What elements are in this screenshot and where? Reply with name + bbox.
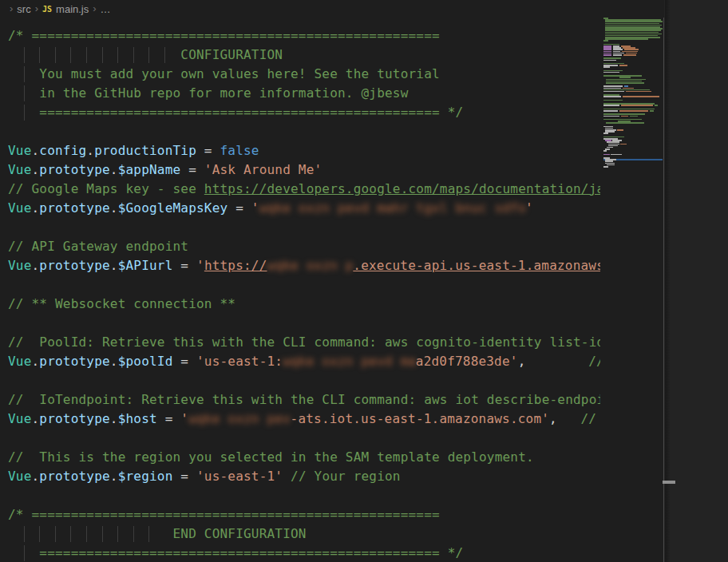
code-line[interactable]: /* =====================================… xyxy=(0,26,600,46)
token: config xyxy=(39,143,86,158)
token: $host xyxy=(118,411,157,426)
indent-guide xyxy=(24,66,25,82)
token: = xyxy=(196,143,220,158)
indent-guide xyxy=(39,47,40,63)
code-line[interactable]: /* =====================================… xyxy=(0,505,600,524)
indent-guide xyxy=(102,47,103,63)
breadcrumb-item-more[interactable]: … xyxy=(101,3,111,15)
code-line[interactable]: Vue.prototype.$host = 'wqke oxzn pev-ats… xyxy=(0,410,600,429)
code-line[interactable]: Vue.prototype.$poolId = 'us-east-1:wqke … xyxy=(0,352,600,371)
empty-editor-panel xyxy=(665,0,728,562)
code-line[interactable] xyxy=(0,275,600,295)
code-line[interactable]: Vue.prototype.$APIurl = 'https://wqke ox… xyxy=(0,256,600,275)
token: Vue xyxy=(8,162,32,177)
chevron-right-icon: › xyxy=(6,0,17,18)
token: prototype xyxy=(39,162,110,177)
token: false xyxy=(220,143,259,158)
token: $GoogleMapsKey xyxy=(118,200,228,216)
minimap[interactable] xyxy=(600,18,664,562)
token: // PoolId: Retrieve this with the CLI co… xyxy=(8,334,600,350)
code-line[interactable] xyxy=(0,122,600,141)
token: Vue xyxy=(8,258,32,273)
token: . xyxy=(32,143,40,158)
code-line[interactable]: Vue.prototype.$appName = 'Ask Around Me' xyxy=(0,160,600,180)
code-line[interactable]: END CONFIGURATION xyxy=(0,524,600,544)
code-line[interactable] xyxy=(0,486,600,505)
token: prototype xyxy=(39,469,110,484)
token: ' xyxy=(196,258,204,273)
token: ========================================… xyxy=(8,545,463,560)
code-line[interactable]: Vue.prototype.$GoogleMapsKey = 'wqke oxz… xyxy=(0,199,600,218)
token: ' xyxy=(251,200,259,216)
code-line[interactable]: You must add your own values here! See t… xyxy=(0,65,600,84)
token: END CONFIGURATION xyxy=(8,526,307,541)
breadcrumb-item-src[interactable]: src xyxy=(17,3,30,15)
code-line[interactable]: ========================================… xyxy=(0,544,600,562)
token: prototype xyxy=(39,354,110,369)
code-line[interactable] xyxy=(0,314,600,333)
token: $poolId xyxy=(118,354,173,369)
code-line[interactable] xyxy=(0,218,600,237)
token: ' xyxy=(180,411,188,426)
token: 'us-east-1: xyxy=(196,354,283,369)
token: , xyxy=(518,354,589,369)
indent-guide xyxy=(70,47,71,63)
code-line[interactable]: Vue.config.productionTip = false xyxy=(0,141,600,160)
token: ' xyxy=(525,200,533,216)
token: // IoTendpoint: Retrieve this with the C… xyxy=(8,392,600,407)
code-line[interactable]: // Google Maps key - see https://develop… xyxy=(0,180,600,199)
indent-guide xyxy=(133,47,134,63)
code-line[interactable]: Vue.prototype.$region = 'us-east-1' // Y… xyxy=(0,467,600,486)
token: ========================================… xyxy=(8,105,463,120)
token: // xyxy=(580,411,600,426)
editor-edge-shadow xyxy=(665,0,671,562)
code-line[interactable]: // ** Websocket connection ** xyxy=(0,295,600,314)
token: = xyxy=(180,162,204,177)
code-line[interactable]: // IoTendpoint: Retrieve this with the C… xyxy=(0,390,600,410)
indent-guide xyxy=(86,526,87,542)
token: /* =====================================… xyxy=(8,507,440,522)
indent-guide xyxy=(24,105,25,121)
indent-guide xyxy=(148,47,149,63)
token: . xyxy=(110,200,118,216)
chevron-right-icon: › xyxy=(89,0,100,18)
code-line[interactable]: // PoolId: Retrieve this with the CLI co… xyxy=(0,333,600,352)
token: $appName xyxy=(118,162,181,177)
horizontal-scrollbar-handle[interactable] xyxy=(663,481,675,484)
indent-guide xyxy=(24,47,25,63)
code-line[interactable]: ========================================… xyxy=(0,103,600,122)
token: https://developers.google.com/maps/docum… xyxy=(204,181,600,196)
code-line[interactable] xyxy=(0,429,600,448)
token: 'Ask Around Me' xyxy=(204,162,322,177)
token: CONFIGURATION xyxy=(8,47,283,62)
indent-guide xyxy=(55,526,56,542)
breadcrumb: › src › JS main.js › … xyxy=(0,0,664,18)
code-line[interactable]: // This is the region you selected in th… xyxy=(0,448,600,467)
code-line[interactable]: CONFIGURATION xyxy=(0,46,600,65)
vscode-editor-window: › src › JS main.js › … /* ==============… xyxy=(0,0,728,562)
code-editor[interactable]: /* =====================================… xyxy=(0,18,600,562)
minimap-line-segment xyxy=(603,166,608,168)
token: Vue xyxy=(8,411,32,426)
token: // Your region xyxy=(291,469,401,484)
token: . xyxy=(32,200,40,216)
code-line[interactable]: // API Gateway endpoint xyxy=(0,237,600,256)
token: . xyxy=(110,162,118,177)
indent-guide xyxy=(24,85,25,101)
token: https:// xyxy=(204,258,267,273)
indent-guide xyxy=(39,526,40,542)
token: // Google Maps key - see xyxy=(8,181,204,196)
javascript-file-icon: JS xyxy=(42,5,52,14)
code-line[interactable] xyxy=(0,371,600,390)
code-line[interactable]: in the GitHub repo for more information.… xyxy=(0,84,600,103)
token: . xyxy=(110,469,118,484)
indent-guide xyxy=(148,526,149,542)
indent-guide xyxy=(164,47,165,63)
token: . xyxy=(110,411,118,426)
token: , xyxy=(549,411,580,426)
token: = xyxy=(173,354,197,369)
token: prototype xyxy=(39,411,110,426)
breadcrumb-item-file[interactable]: JS main.js xyxy=(42,3,89,15)
token: /* =====================================… xyxy=(8,28,440,43)
token: = xyxy=(228,200,251,216)
